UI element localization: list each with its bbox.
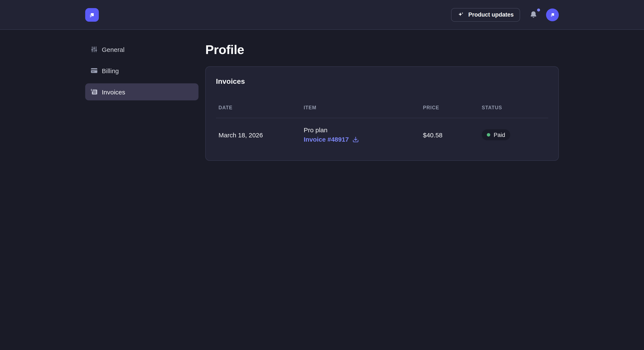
sliders-icon — [90, 45, 98, 53]
product-updates-label: Product updates — [468, 11, 514, 18]
topbar-inner: Product updates — [85, 0, 559, 29]
notifications-button[interactable] — [530, 10, 538, 19]
invoices-card: Invoices DATE ITEM PRICE STATUS — [205, 66, 559, 161]
main-content: Profile Invoices DATE ITEM PRICE — [205, 30, 559, 161]
notification-dot — [537, 8, 540, 11]
page-title: Profile — [205, 42, 559, 57]
product-updates-button[interactable]: Product updates — [451, 8, 520, 21]
status-badge-label: Paid — [494, 132, 505, 138]
download-icon[interactable] — [352, 136, 359, 143]
credit-card-icon — [90, 67, 98, 74]
invoice-icon — [90, 88, 98, 96]
sidebar-item-label: Billing — [102, 67, 119, 74]
table-header-row: DATE ITEM PRICE STATUS — [216, 105, 548, 118]
invoices-card-title: Invoices — [216, 77, 548, 86]
sparkles-icon — [458, 11, 464, 18]
invoice-item-cell: Pro plan Invoice #48917 — [301, 118, 420, 151]
status-badge: Paid — [482, 129, 510, 140]
column-header-item: ITEM — [301, 105, 420, 118]
tremor-logo-icon — [88, 11, 96, 18]
sidebar-item-general[interactable]: General — [85, 41, 198, 58]
invoice-plan-name: Pro plan — [304, 126, 420, 134]
user-avatar[interactable] — [546, 8, 559, 21]
sidebar-item-label: General — [102, 46, 124, 53]
app-viewport: Product updates — [0, 0, 644, 350]
sidebar-item-invoices[interactable]: Invoices — [85, 83, 198, 100]
avatar-logo-icon — [549, 11, 556, 18]
column-header-status: STATUS — [479, 105, 548, 118]
table-row: March 18, 2026 Pro plan Invoice #48917 — [216, 118, 548, 151]
brand-logo[interactable] — [85, 8, 99, 21]
bell-icon — [530, 10, 538, 19]
invoice-price-cell: $40.58 — [420, 118, 479, 151]
column-header-price: PRICE — [420, 105, 479, 118]
paid-status-dot — [487, 133, 490, 137]
column-header-date: DATE — [216, 105, 301, 118]
topbar: Product updates — [0, 0, 644, 30]
invoice-link-label: Invoice #48917 — [304, 135, 349, 144]
invoices-table: DATE ITEM PRICE STATUS March 18, 2026 Pr… — [216, 105, 548, 151]
invoice-download-link[interactable]: Invoice #48917 — [304, 135, 359, 144]
content-layout: General Billing — [85, 30, 559, 161]
sidebar-item-billing[interactable]: Billing — [85, 62, 198, 79]
sidebar-item-label: Invoices — [102, 88, 125, 95]
invoice-date-cell: March 18, 2026 — [216, 118, 301, 151]
settings-sidebar: General Billing — [85, 30, 198, 161]
invoice-status-cell: Paid — [479, 118, 548, 151]
